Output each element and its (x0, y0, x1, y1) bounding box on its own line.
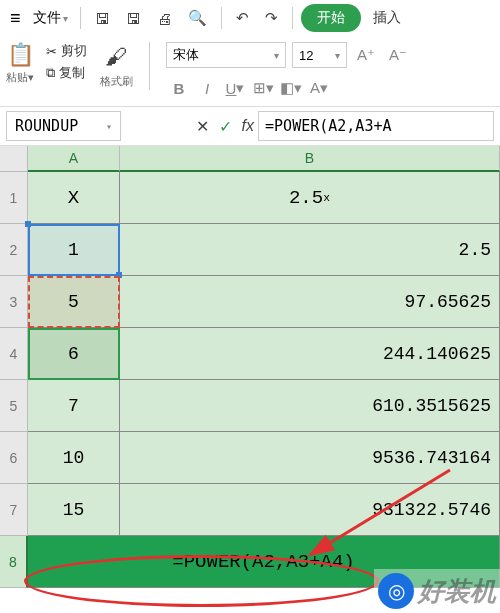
row-header-1[interactable]: 1 (0, 172, 28, 224)
cell-A7[interactable]: 15 (28, 484, 120, 536)
font-color-button[interactable]: A▾ (306, 76, 332, 100)
formula-bar-value: =POWER(A2,A3+A (265, 117, 391, 135)
fx-icon[interactable]: fx (242, 117, 254, 135)
font-size-value: 12 (299, 48, 313, 63)
italic-button[interactable]: I (194, 76, 220, 100)
row-header-2[interactable]: 2 (0, 224, 28, 276)
cell-B3[interactable]: 97.65625 (120, 276, 500, 328)
redo-icon[interactable]: ↷ (259, 7, 284, 29)
scissors-icon: ✂ (46, 44, 57, 59)
row-header-8[interactable]: 8 (0, 536, 28, 588)
bold-button[interactable]: B (166, 76, 192, 100)
formula-bar[interactable]: =POWER(A2,A3+A (258, 111, 494, 141)
font-name-value: 宋体 (173, 46, 199, 64)
save-icon[interactable]: 🖫 (89, 8, 116, 29)
cell-A2[interactable]: 1 (28, 224, 120, 276)
decrease-font-icon[interactable]: A⁻ (385, 43, 411, 67)
cell-B5[interactable]: 610.3515625 (120, 380, 500, 432)
font-name-select[interactable]: 宋体▾ (166, 42, 286, 68)
preview-icon[interactable]: 🔍 (182, 7, 213, 29)
increase-font-icon[interactable]: A⁺ (353, 43, 379, 67)
divider (292, 7, 293, 29)
copy-icon: ⧉ (46, 65, 55, 81)
paste-icon[interactable]: 📋 (7, 42, 34, 68)
cut-button[interactable]: ✂剪切 (46, 42, 87, 60)
tab-insert[interactable]: 插入 (365, 4, 409, 32)
name-box-value: ROUNDUP (15, 117, 78, 135)
confirm-formula-icon[interactable]: ✓ (219, 117, 232, 136)
cell-B2[interactable]: 2.5 (120, 224, 500, 276)
paste-label: 粘贴▾ (6, 70, 34, 85)
divider (221, 7, 222, 29)
save-as-icon[interactable]: 🖫 (120, 8, 147, 29)
chevron-down-icon: ▾ (335, 50, 340, 61)
cell-A6[interactable]: 10 (28, 432, 120, 484)
border-button[interactable]: ⊞▾ (250, 76, 276, 100)
watermark: ◎ 好装机 (374, 569, 500, 613)
name-box[interactable]: ROUNDUP▾ (6, 111, 121, 141)
row-header-3[interactable]: 3 (0, 276, 28, 328)
font-size-select[interactable]: 12▾ (292, 42, 347, 68)
row-header-6[interactable]: 6 (0, 432, 28, 484)
watermark-text: 好装机 (418, 574, 496, 609)
file-label: 文件 (33, 9, 61, 27)
cell-B6[interactable]: 9536.743164 (120, 432, 500, 484)
file-menu[interactable]: 文件▾ (29, 7, 72, 29)
menu-icon[interactable]: ≡ (6, 6, 25, 31)
undo-icon[interactable]: ↶ (230, 7, 255, 29)
divider (80, 7, 81, 29)
row-header-4[interactable]: 4 (0, 328, 28, 380)
chevron-down-icon: ▾ (274, 50, 279, 61)
cell-B7[interactable]: 931322.5746 (120, 484, 500, 536)
cell-B4[interactable]: 244.140625 (120, 328, 500, 380)
format-painter-icon[interactable]: 🖌 (99, 42, 133, 72)
column-header-B[interactable]: B (120, 146, 500, 172)
tab-start[interactable]: 开始 (301, 4, 361, 32)
spreadsheet-grid: A B 1 X 2.5x 2 1 2.5 3 5 97.65625 4 6 24… (0, 146, 500, 588)
select-all-corner[interactable] (0, 146, 28, 172)
cell-A4[interactable]: 6 (28, 328, 120, 380)
row-header-5[interactable]: 5 (0, 380, 28, 432)
column-header-A[interactable]: A (28, 146, 120, 172)
cell-A1[interactable]: X (28, 172, 120, 224)
copy-label: 复制 (59, 64, 85, 82)
row-header-7[interactable]: 7 (0, 484, 28, 536)
print-icon[interactable]: 🖨 (151, 8, 178, 29)
fill-color-button[interactable]: ◧▾ (278, 76, 304, 100)
divider (149, 42, 150, 90)
copy-button[interactable]: ⧉复制 (46, 64, 87, 82)
cell-A5[interactable]: 7 (28, 380, 120, 432)
cell-A3[interactable]: 5 (28, 276, 120, 328)
format-painter-label: 格式刷 (100, 74, 133, 89)
watermark-badge-icon: ◎ (378, 573, 414, 609)
chevron-down-icon: ▾ (63, 13, 68, 24)
cut-label: 剪切 (61, 42, 87, 60)
underline-button[interactable]: U▾ (222, 76, 248, 100)
chevron-down-icon: ▾ (106, 121, 112, 132)
cell-B1[interactable]: 2.5x (120, 172, 500, 224)
cancel-formula-icon[interactable]: ✕ (196, 117, 209, 136)
